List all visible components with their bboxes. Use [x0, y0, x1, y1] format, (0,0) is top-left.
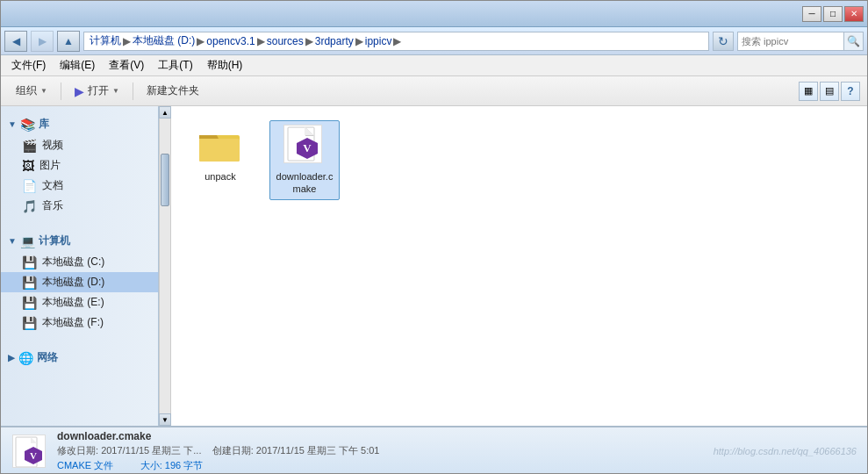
open-button[interactable]: ▶ 打开 ▼: [67, 80, 127, 103]
search-box: 🔍: [737, 32, 864, 51]
sidebar-scrollbar[interactable]: ▲ ▼: [159, 106, 171, 426]
scroll-down-button[interactable]: ▼: [159, 413, 171, 426]
open-dropdown-icon: ▼: [112, 87, 119, 95]
unpack-icon: [199, 125, 241, 167]
title-bar: ─ □ ✕: [1, 1, 867, 27]
help-button[interactable]: ?: [841, 82, 860, 101]
computer-icon: 💻: [20, 234, 35, 248]
drive-d-icon: 💾: [22, 276, 37, 290]
menu-view[interactable]: 查看(V): [102, 56, 151, 75]
watermark: http://blog.csdn.net/qq_40666136: [714, 446, 857, 456]
file-item-unpack[interactable]: unpack: [185, 120, 255, 200]
path-part-computer[interactable]: 计算机: [90, 33, 121, 48]
window-controls: ─ □ ✕: [802, 6, 864, 22]
drive-c-icon: 💾: [22, 255, 37, 269]
sidebar-network-header[interactable]: ▶ 🌐 网络: [1, 347, 158, 369]
main-area: ▼ 📚 库 🎬 视频 🖼 图片 📄 文档 🎵 音乐: [1, 106, 867, 426]
open-icon: ▶: [75, 84, 84, 98]
sidebar-item-drive-e[interactable]: 💾 本地磁盘 (E:): [1, 292, 158, 312]
network-expand-icon: ▶: [8, 353, 15, 363]
path-part-ippicv[interactable]: ippicv: [365, 35, 392, 47]
view-details-button[interactable]: ▤: [820, 82, 839, 101]
sidebar-divider-2: [1, 340, 158, 347]
toolbar: 组织 ▼ ▶ 打开 ▼ 新建文件夹 ▦ ▤ ?: [1, 76, 867, 106]
menu-bar: 文件(F) 编辑(E) 查看(V) 工具(T) 帮助(H): [1, 55, 867, 76]
drive-f-icon: 💾: [22, 316, 37, 330]
up-button[interactable]: ▲: [57, 31, 80, 52]
path-part-3rdparty[interactable]: 3rdparty: [315, 35, 354, 47]
search-button[interactable]: 🔍: [843, 32, 863, 50]
size-label: 大小: 196 字节: [140, 460, 204, 470]
open-label: 打开: [88, 83, 109, 98]
drive-e-icon: 💾: [22, 296, 37, 310]
create-date: 2017/11/15 星期三 下午 5:01: [256, 445, 380, 456]
scroll-track[interactable]: [160, 118, 170, 413]
view-toggle-button[interactable]: ▦: [799, 82, 818, 101]
path-part-d[interactable]: 本地磁盘 (D:): [133, 33, 195, 48]
status-filetype: CMAKE 文件 大小: 196 字节: [57, 459, 379, 472]
svg-rect-2: [199, 139, 240, 162]
downloader-icon: V: [283, 125, 326, 167]
drive-f-label: 本地磁盘 (F:): [42, 315, 104, 330]
maximize-button[interactable]: □: [823, 6, 843, 22]
view-buttons: ▦ ▤ ?: [799, 82, 860, 101]
sidebar-section-network: ▶ 🌐 网络: [1, 347, 158, 369]
file-item-downloader[interactable]: V downloader.cmake: [269, 120, 340, 200]
scroll-thumb[interactable]: [161, 154, 169, 206]
music-label: 音乐: [42, 198, 63, 213]
sidebar-item-music[interactable]: 🎵 音乐: [1, 196, 158, 216]
menu-tools[interactable]: 工具(T): [151, 56, 199, 75]
sidebar-section-library: ▼ 📚 库 🎬 视频 🖼 图片 📄 文档 🎵 音乐: [1, 113, 158, 216]
search-input[interactable]: [738, 32, 843, 50]
documents-label: 文档: [42, 178, 63, 193]
organize-dropdown-icon: ▼: [40, 87, 47, 95]
filetype-label: CMAKE 文件: [57, 460, 113, 470]
scroll-up-button[interactable]: ▲: [159, 106, 171, 118]
drive-e-label: 本地磁盘 (E:): [42, 295, 104, 310]
toolbar-separator-2: [133, 83, 133, 100]
modify-label: 修改日期:: [57, 445, 98, 456]
menu-edit[interactable]: 编辑(E): [53, 56, 102, 75]
new-folder-button[interactable]: 新建文件夹: [139, 80, 207, 103]
sidebar-library-header[interactable]: ▼ 📚 库: [1, 113, 158, 135]
sidebar-item-drive-d[interactable]: 💾 本地磁盘 (D:): [1, 272, 158, 292]
computer-label: 计算机: [39, 233, 70, 248]
sidebar-item-drive-f[interactable]: 💾 本地磁盘 (F:): [1, 312, 158, 333]
status-bar: V downloader.cmake 修改日期: 2017/11/15 星期三 …: [1, 426, 867, 474]
network-label: 网络: [37, 350, 58, 365]
pictures-label: 图片: [39, 158, 61, 173]
sidebar-section-computer: ▼ 💻 计算机 💾 本地磁盘 (C:) 💾 本地磁盘 (D:) 💾 本地磁盘 (…: [1, 230, 158, 333]
status-modify: 修改日期: 2017/11/15 星期三 下... 创建日期: 2017/11/…: [57, 444, 379, 457]
path-part-sources[interactable]: sources: [267, 35, 304, 47]
sidebar-item-drive-c[interactable]: 💾 本地磁盘 (C:): [1, 252, 158, 272]
sidebar-item-pictures[interactable]: 🖼 图片: [1, 155, 158, 176]
address-bar: ◀ ▶ ▲ 计算机 ▶ 本地磁盘 (D:) ▶ opencv3.1 ▶ sour…: [1, 27, 867, 55]
content-area: unpack: [171, 106, 867, 426]
new-folder-label: 新建文件夹: [147, 83, 199, 98]
sidebar-item-video[interactable]: 🎬 视频: [1, 135, 158, 155]
address-path[interactable]: 计算机 ▶ 本地磁盘 (D:) ▶ opencv3.1 ▶ sources ▶ …: [83, 32, 709, 51]
close-button[interactable]: ✕: [844, 6, 864, 22]
documents-icon: 📄: [22, 179, 37, 193]
video-icon: 🎬: [22, 139, 37, 153]
network-icon: 🌐: [18, 351, 33, 365]
sidebar-computer-header[interactable]: ▼ 💻 计算机: [1, 230, 158, 252]
organize-button[interactable]: 组织 ▼: [8, 80, 55, 103]
svg-marker-3: [199, 135, 219, 139]
library-label: 库: [39, 117, 49, 132]
modify-date: 2017/11/15 星期三 下...: [101, 445, 201, 456]
library-expand-icon: ▼: [8, 119, 17, 129]
menu-help[interactable]: 帮助(H): [200, 56, 250, 75]
pictures-icon: 🖼: [22, 159, 34, 173]
refresh-button[interactable]: ↻: [713, 32, 734, 51]
back-button[interactable]: ◀: [4, 31, 27, 52]
status-filename: downloader.cmake: [57, 430, 379, 442]
menu-file[interactable]: 文件(F): [4, 56, 53, 75]
status-info: downloader.cmake 修改日期: 2017/11/15 星期三 下.…: [57, 430, 379, 472]
toolbar-separator-1: [61, 83, 61, 100]
minimize-button[interactable]: ─: [802, 6, 821, 22]
forward-button[interactable]: ▶: [31, 31, 54, 52]
organize-label: 组织: [16, 83, 37, 98]
sidebar-item-documents[interactable]: 📄 文档: [1, 176, 158, 196]
path-part-opencv[interactable]: opencv3.1: [206, 35, 255, 47]
